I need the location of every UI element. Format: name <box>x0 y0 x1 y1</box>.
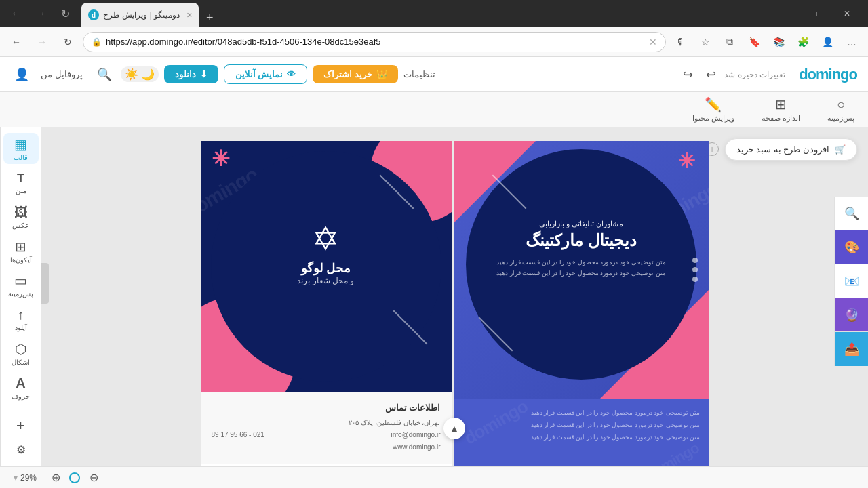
back-button[interactable]: ← <box>5 3 27 24</box>
tool-background[interactable]: ○ پس‌زمینه <box>822 94 860 125</box>
eye-icon: 👁 <box>287 69 296 79</box>
card1-contact-info: تهران، خیابان فلسطین، پلاک ۲۰۵ info@domi… <box>212 417 441 453</box>
sidebar-upload-label: آپلود <box>15 324 27 331</box>
refresh-button[interactable]: ↻ <box>54 3 76 24</box>
sidebar-item-shapes[interactable]: ⬡ اشکال <box>3 338 39 369</box>
collections-button[interactable]: 📚 <box>768 31 789 53</box>
address-bar: ← → ↻ 🔒 https://app.domingo.ir/editor/04… <box>0 27 868 57</box>
tool-page-size[interactable]: ⊞ اندازه صفحه <box>756 94 806 125</box>
theme-toggle[interactable]: 🌙 ☀️ <box>121 66 159 82</box>
card1-star-left: ✳ <box>212 148 230 169</box>
sidebar-settings-button[interactable]: ⚙ <box>9 439 33 461</box>
left-scroll-handle[interactable] <box>41 263 49 304</box>
download-icon: ⬇ <box>200 69 208 79</box>
card1-contact-title: اطلاعات تماس <box>212 403 441 413</box>
favorites-button[interactable]: ☆ <box>694 31 716 53</box>
card1-logo-text: محل لوگو <box>297 261 354 276</box>
zoom-out-button[interactable]: ⊖ <box>85 470 102 486</box>
forward-nav-button[interactable]: → <box>31 31 53 53</box>
add-to-cart-button[interactable]: 🛒 افزودن طرح به سبد خرید <box>725 138 857 161</box>
undo-button[interactable]: ↩ <box>701 65 720 84</box>
split-screen-button[interactable]: ⧉ <box>719 31 741 53</box>
settings-menu-button[interactable]: … <box>841 31 863 53</box>
moon-icon: 🌙 <box>141 68 155 81</box>
zoom-in-button[interactable]: ⊕ <box>47 470 64 486</box>
close-button[interactable]: ✕ <box>831 3 863 24</box>
canvas-area[interactable]: 🛒 افزودن طرح به سبد خرید i ✳ <box>41 127 868 466</box>
card2-top: ✳ domingo domingo مشاوران تبلیغاتی و باز… <box>454 141 709 399</box>
zoom-display[interactable]: ▾ 29% <box>8 472 42 484</box>
minimize-button[interactable]: — <box>766 3 797 24</box>
card2-body: متن توضیحی خود درمورد محصول خود را در ای… <box>486 257 676 279</box>
sidebar-shapes-label: اشکال <box>12 359 30 366</box>
card1-bottom: اطلاعات تماس تهران، خیابان فلسطین، پلاک … <box>201 392 452 464</box>
card1-contact-row: info@domingo.ir 021 - 66 95 17 89 <box>212 429 441 441</box>
scroll-indicator <box>69 472 80 483</box>
card2-body-2: متن توضیحی خود درمورد محصول خود را در ای… <box>486 268 676 279</box>
maximize-button[interactable]: □ <box>799 3 830 24</box>
header-actions: تنظیمات 👑 خرید اشتراک 👁 نمایش آنلاین ⬇ د… <box>94 64 435 85</box>
save-status-text: تغییرات ذخیره شد <box>724 70 785 79</box>
redo-button[interactable]: ↪ <box>678 65 697 84</box>
card1-address: تهران، خیابان فلسطین، پلاک ۲۰۵ <box>212 417 441 429</box>
sidebar-item-template[interactable]: ▦ قالب <box>3 133 39 164</box>
chevron-up-button[interactable]: ▲ <box>443 418 465 439</box>
card1-email: info@domingo.ir <box>391 429 441 441</box>
user-avatar-button[interactable]: 👤 <box>11 64 33 85</box>
card2-dot-1 <box>692 258 698 263</box>
subscribe-label: خرید اشتراک <box>323 69 372 79</box>
zoom-percent: 29% <box>20 473 37 483</box>
sidebar-item-upload[interactable]: ↑ آپلود <box>3 304 39 335</box>
card2-text-area: مشاوران تبلیغاتی و بازاریابی دیجیتال مار… <box>486 220 676 279</box>
sidebar-item-bg[interactable]: ▭ پس‌زمینه <box>3 269 39 300</box>
page-size-icon: ⊞ <box>775 96 787 113</box>
design-card-2[interactable]: ✳ domingo domingo مشاوران تبلیغاتی و باز… <box>454 141 709 466</box>
app-logo: domingo <box>799 66 857 83</box>
sidebar-item-text[interactable]: T متن <box>3 167 39 198</box>
sidebar-item-icons[interactable]: ⊞ آیکون‌ها <box>3 235 39 266</box>
forward-button[interactable]: → <box>30 3 52 24</box>
upload-icon: ↑ <box>18 307 24 323</box>
header-right: domingo <box>799 66 857 83</box>
url-text: https://app.domingo.ir/editor/048ad5db-f… <box>106 37 645 47</box>
subscribe-button[interactable]: 👑 خرید اشتراک <box>313 65 398 83</box>
url-bar[interactable]: 🔒 https://app.domingo.ir/editor/048ad5db… <box>83 32 666 52</box>
sidebar-item-photo[interactable]: 🖼 عکس <box>3 201 39 232</box>
browser-controls: ← → ↻ <box>5 3 76 24</box>
search-icon-button[interactable]: 🔍 <box>94 64 115 85</box>
tab-bar: d دومینگو | ویرایش طرح × + <box>81 0 761 27</box>
window-controls: — □ ✕ <box>766 3 863 24</box>
profile-button[interactable]: 👤 <box>816 31 838 53</box>
download-button[interactable]: ⬇ دانلود <box>164 65 218 83</box>
sidebar-item-fonts[interactable]: A حروف <box>3 372 39 403</box>
tool-edit-content[interactable]: ✏️ ویرایش محتوا <box>687 94 740 125</box>
sidebar-add-button[interactable]: + <box>9 415 33 436</box>
preview-button[interactable]: 👁 نمایش آنلاین <box>224 64 308 84</box>
sidebar-text-label: متن <box>16 187 26 195</box>
profile-label: پروفایل من <box>41 69 83 79</box>
sidebar-bg-label: پس‌زمینه <box>8 290 33 298</box>
sidebar-icons-label: آیکون‌ها <box>10 256 32 264</box>
tools-bar: ○ پس‌زمینه ⊞ اندازه صفحه ✏️ ویرایش محتوا <box>0 92 868 127</box>
card2-star: ✳ <box>678 149 695 173</box>
favorites-menu-button[interactable]: 🔖 <box>743 31 765 53</box>
refresh-nav-button[interactable]: ↻ <box>57 31 79 53</box>
photo-icon: 🖼 <box>14 205 28 220</box>
cart-icon: 🛒 <box>835 144 846 155</box>
card2-dot-3 <box>692 277 698 282</box>
design-card-1[interactable]: ✳ domingo domingo domingo ✡ محل لوگو و م… <box>201 141 452 466</box>
edit-icon: ✏️ <box>705 96 722 113</box>
new-tab-button[interactable]: + <box>200 8 219 27</box>
tab-close[interactable]: × <box>186 9 192 20</box>
settings-label: تنظیمات <box>403 69 435 79</box>
template-icon: ▦ <box>14 136 27 152</box>
card2-dots <box>692 258 698 282</box>
card2-body-1: متن توضیحی خود درمورد محصول خود را در ای… <box>486 257 676 268</box>
card1-logo-area: ✡ محل لوگو و محل شعار برند <box>297 223 354 285</box>
workspace: 🔍 🔍 🎨 📧 🔮 📤 ▦ قالب T متن 🖼 عکس ⊞ آیکون‌ه… <box>0 127 868 466</box>
extensions-button[interactable]: 🧩 <box>792 31 814 53</box>
voice-search-button[interactable]: 🎙 <box>670 31 692 53</box>
app-header: domingo تغییرات ذخیره شد ↩ ↪ تنظیمات 👑 خ… <box>0 57 868 92</box>
back-nav-button[interactable]: ← <box>5 31 27 53</box>
sidebar-fonts-label: حروف <box>12 392 30 400</box>
